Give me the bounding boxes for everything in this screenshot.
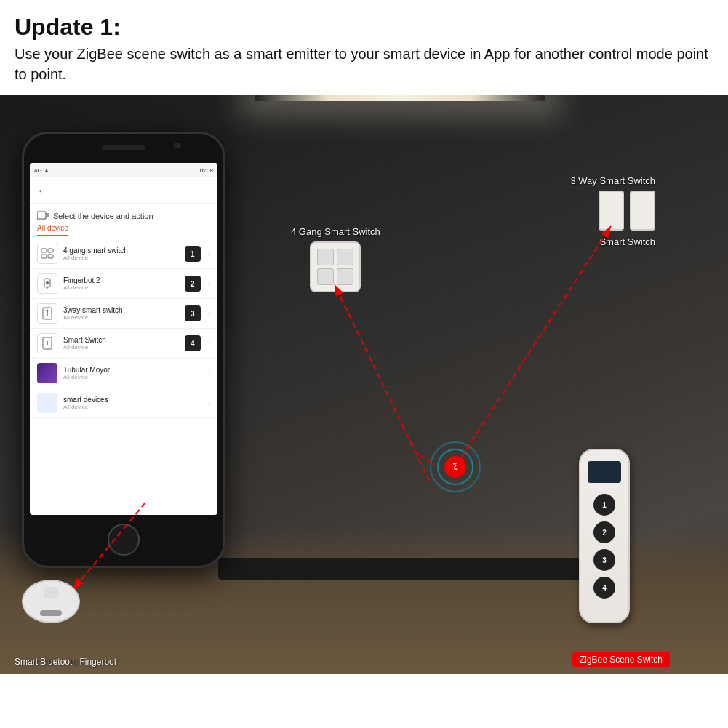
device-icon-smart-switch: [37, 333, 57, 353]
device-name-2: Fingerbot 2: [63, 276, 179, 284]
status-bar: 4G ▲ 16:08: [30, 163, 217, 177]
four-gang-switch-device: 4 Gang Smart Switch: [291, 226, 380, 292]
vacuum-body: [22, 580, 80, 623]
three-way-area: 3 Way Smart Switch Smart Switch: [570, 175, 655, 247]
gang-btn-2: [337, 249, 353, 265]
device-info-1: 4 gang smart switch All device: [63, 247, 179, 261]
remote-btn-2[interactable]: 2: [593, 521, 615, 543]
screen-tab: All device: [30, 224, 217, 236]
device-badge-4: 4: [185, 335, 201, 351]
remote-btn-3[interactable]: 3: [593, 549, 615, 571]
gang-btn-3: [317, 268, 334, 285]
device-info-6: smart devices All device: [63, 396, 201, 410]
zigbee-signal: Z: [430, 441, 481, 492]
smart-switch-icon: [42, 337, 52, 350]
chevron-3: ›: [208, 310, 210, 318]
device-name-5: Tubular Moyor: [63, 366, 201, 374]
gang-btn-1: [317, 249, 334, 265]
scene: 4G ▲ 16:08 ← Select the device and actio…: [0, 95, 728, 674]
device-badge-1: 1: [185, 246, 201, 262]
device-item-6[interactable]: smart devices All device ›: [30, 388, 217, 418]
zigbee-label: ZigBee Scene Switch: [572, 652, 670, 667]
phone-container: 4G ▲ 16:08 ← Select the device and actio…: [22, 132, 225, 568]
remote-screen: [588, 461, 621, 483]
phone-home-button[interactable]: [108, 524, 140, 556]
device-item-4[interactable]: Smart Switch All device 4 ›: [30, 329, 217, 359]
four-gang-icon: [41, 248, 54, 260]
device-item-3[interactable]: 3way smart switch All device 3 ›: [30, 299, 217, 329]
remote-btn-4[interactable]: 4: [593, 577, 615, 599]
device-sub-6: All device: [63, 404, 201, 410]
device-icon-3way: [37, 303, 57, 324]
device-sub-4: All device: [63, 344, 179, 351]
device-item-2[interactable]: Fingerbot 2 All device 2 ›: [30, 269, 217, 299]
device-sub-3: All device: [63, 314, 179, 321]
device-name-4: Smart Switch: [63, 336, 179, 344]
svg-rect-3: [41, 249, 47, 252]
remote-btn-1[interactable]: 1: [593, 494, 615, 516]
back-arrow[interactable]: ←: [37, 185, 47, 196]
three-way-switches: [570, 191, 655, 231]
chevron-6: ›: [208, 399, 210, 407]
phone-camera: [174, 143, 180, 148]
fingerbot-icon: [41, 277, 53, 290]
vacuum-sensor: [40, 610, 62, 616]
four-gang-label: 4 Gang Smart Switch: [291, 226, 380, 237]
svg-rect-5: [41, 255, 47, 258]
three-way-switch-1: [599, 191, 624, 231]
update-title: Update 1:: [15, 13, 713, 41]
device-name-1: 4 gang smart switch: [63, 247, 179, 255]
gang-btn-4: [337, 268, 353, 285]
device-info-4: Smart Switch All device: [63, 336, 179, 351]
switch-box-4g: [310, 241, 361, 292]
device-info-3: 3way smart switch All device: [63, 306, 179, 321]
vacuum-top: [44, 587, 58, 598]
device-name-6: smart devices: [63, 396, 201, 404]
device-sub-2: All device: [63, 284, 179, 291]
phone: 4G ▲ 16:08 ← Select the device and actio…: [22, 132, 225, 568]
three-way-switch-2: [630, 191, 655, 231]
update-description: Use your ZigBee scene switch as a smart …: [15, 44, 713, 84]
device-thumb-tubular: [37, 363, 57, 383]
device-item-1[interactable]: 4 gang smart switch All device 1 ›: [30, 239, 217, 269]
phone-speaker: [102, 145, 145, 150]
device-badge-2: 2: [185, 276, 201, 292]
screen-select-title: Select the device and action: [53, 212, 153, 220]
device-list: 4 gang smart switch All device 1 ›: [30, 239, 217, 418]
fingerbot-label: Smart Bluetooth Fingerbot: [15, 657, 116, 667]
device-action-icon: [37, 211, 49, 221]
device-info-5: Tubular Moyor All device: [63, 366, 201, 380]
ceiling-light: [255, 95, 545, 101]
remote-device: 1 2 3 4: [575, 449, 633, 638]
svg-rect-6: [48, 255, 53, 258]
device-name-3: 3way smart switch: [63, 306, 179, 314]
device-icon-4gang: [37, 244, 57, 264]
three-way-icon: [42, 307, 52, 320]
device-badge-3: 3: [185, 305, 201, 321]
screen-nav: ←: [30, 177, 217, 204]
chevron-4: ›: [208, 340, 210, 348]
screen-title-area: Select the device and action: [30, 204, 217, 224]
svg-point-9: [46, 281, 49, 284]
device-thumb-smart: [37, 393, 57, 413]
svg-rect-4: [48, 249, 53, 252]
header: Update 1: Use your ZigBee scene switch a…: [0, 0, 728, 95]
status-left: 4G ▲: [34, 167, 49, 174]
tab-all-device[interactable]: All device: [37, 224, 68, 236]
svg-rect-0: [37, 212, 46, 219]
status-right: 16:08: [199, 167, 213, 174]
svg-point-12: [47, 310, 49, 312]
device-sub-1: All device: [63, 255, 179, 261]
smart-switch-label: Smart Switch: [570, 236, 655, 247]
phone-screen: 4G ▲ 16:08 ← Select the device and actio…: [30, 163, 217, 515]
device-item-5[interactable]: Tubular Moyor All device ›: [30, 359, 217, 388]
chevron-5: ›: [208, 369, 210, 377]
device-info-2: Fingerbot 2 All device: [63, 276, 179, 291]
chevron-1: ›: [208, 250, 210, 258]
table-surface: [218, 558, 582, 580]
chevron-2: ›: [208, 280, 210, 288]
three-way-label: 3 Way Smart Switch: [570, 175, 655, 186]
device-sub-5: All device: [63, 374, 201, 380]
device-icon-fingerbot: [37, 273, 57, 294]
robot-vacuum: [15, 580, 87, 638]
